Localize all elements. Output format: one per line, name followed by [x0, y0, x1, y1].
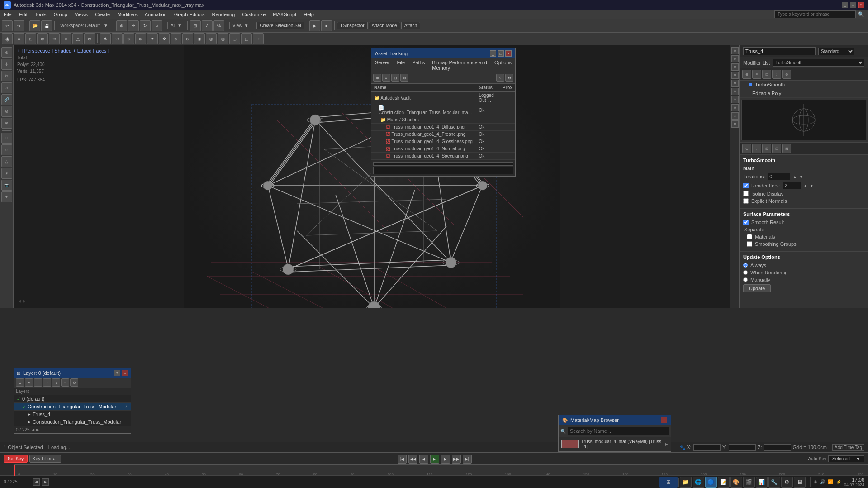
at-minimize-btn[interactable]: _	[490, 50, 496, 57]
taskbar-icon-4[interactable]: 📝	[718, 477, 730, 488]
mod-icon-3[interactable]: ⊡	[762, 70, 771, 79]
render-iters-down[interactable]: ▼	[810, 184, 814, 188]
move-btn[interactable]: ✛	[128, 20, 139, 31]
object-type-dropdown[interactable]: Standard	[818, 48, 854, 55]
render-iters-input[interactable]	[783, 182, 801, 189]
layer-close-btn[interactable]: ×	[122, 370, 128, 376]
always-radio[interactable]	[743, 263, 748, 268]
mod-icon-5[interactable]: ⊗	[782, 70, 791, 79]
stop-btn[interactable]: ■	[321, 20, 332, 31]
mod-icon-2[interactable]: ≡	[752, 70, 761, 79]
notif-icon-1[interactable]: ⊕	[813, 479, 817, 484]
modifier-editable-poly[interactable]: Editable Poly	[740, 89, 868, 98]
tb2-btn10[interactable]: ⊙	[112, 33, 123, 44]
at-tool-1[interactable]: ⊕	[373, 74, 381, 82]
nav-icon-2[interactable]: ↕	[752, 144, 761, 153]
left-tool-select[interactable]: ⊕	[1, 47, 12, 58]
transport-start[interactable]: |◀	[398, 455, 407, 464]
table-row[interactable]: 📄 Construction_Triangular_Truss_Modular_…	[371, 104, 515, 116]
menu-customize[interactable]: Customize	[238, 10, 269, 19]
iterations-input[interactable]	[768, 173, 790, 180]
create-selection-btn[interactable]: Create Selection Sel	[256, 22, 304, 29]
transport-next-key[interactable]: ▶▶	[452, 455, 461, 464]
rt-btn7[interactable]: ⊚	[731, 96, 739, 103]
transport-next-frame[interactable]: ▶	[441, 455, 450, 464]
selected-indicator[interactable]: Selected ▼	[828, 455, 864, 462]
at-tool-3[interactable]: ⊡	[391, 74, 399, 82]
transport-play[interactable]: ▶	[430, 455, 439, 464]
mod-icon-4[interactable]: ↕	[772, 70, 781, 79]
tb2-btn7[interactable]: △	[72, 33, 83, 44]
left-tool-geom[interactable]: ○	[1, 144, 12, 155]
tb2-btn20[interactable]: ◌	[229, 33, 240, 44]
tb2-btn19[interactable]: ◍	[218, 33, 228, 44]
render-iters-up[interactable]: ▲	[804, 184, 807, 188]
left-tool-light[interactable]: ☀	[1, 168, 12, 179]
layer-item-construction[interactable]: ✓ Construction_Triangular_Truss_Modular …	[14, 403, 131, 411]
rt-btn5[interactable]: ⊗	[731, 80, 739, 87]
key-filters-btn[interactable]: Key Filters...	[29, 455, 61, 463]
close-btn[interactable]: ×	[858, 2, 864, 8]
menu-create[interactable]: Create	[91, 10, 114, 19]
at-menu-server[interactable]: Server	[371, 58, 393, 72]
tb2-btn13[interactable]: ✦	[147, 33, 158, 44]
rt-btn9[interactable]: ◎	[731, 112, 739, 120]
smoothing-groups-check[interactable]	[747, 241, 752, 247]
layer-scroll-left[interactable]: ◀	[32, 428, 34, 432]
table-row[interactable]: 📁 Autodesk Vault Logged Out ...	[371, 92, 515, 104]
layer-help-btn[interactable]: ?	[114, 370, 120, 376]
attach-btn[interactable]: Attach	[401, 22, 420, 29]
scale-btn[interactable]: ⊿	[152, 20, 162, 31]
frame-fwd-btn[interactable]: ▶	[42, 478, 49, 486]
layer-tool-1[interactable]: ⊕	[16, 378, 24, 387]
left-tool-camera[interactable]: 📷	[1, 180, 12, 191]
taskbar-icon-8[interactable]: 🔧	[768, 477, 780, 488]
angle-snap-btn[interactable]: ∠	[202, 20, 213, 31]
nav-icon-4[interactable]: ⊡	[772, 144, 781, 153]
nav-icon-1[interactable]: ⊙	[742, 144, 751, 153]
menu-help[interactable]: Help	[300, 10, 318, 19]
left-tool-helper[interactable]: +	[1, 191, 12, 202]
manually-radio[interactable]	[743, 277, 748, 282]
menu-rendering[interactable]: Rendering	[209, 10, 239, 19]
left-tool-unlink[interactable]: ⊖	[1, 106, 12, 117]
layer-tool-6[interactable]: ≡	[61, 378, 69, 387]
tb2-btn3[interactable]: ⊡	[25, 33, 36, 44]
coord-y-input[interactable]	[729, 444, 756, 451]
snap-btn[interactable]: ⊞	[190, 20, 201, 31]
tb2-btn12[interactable]: ⊚	[135, 33, 146, 44]
left-tool-bind[interactable]: ⊕	[1, 118, 12, 129]
tb2-btn11[interactable]: ⊘	[123, 33, 134, 44]
add-time-tag-btn[interactable]: Add Time Tag	[832, 444, 864, 451]
layer-item-construction2[interactable]: ▸ Construction_Triangular_Truss_Modular	[14, 418, 131, 426]
maximize-btn[interactable]: □	[850, 2, 856, 8]
when-rendering-radio[interactable]	[743, 270, 748, 275]
at-tool-4[interactable]: ⊗	[400, 74, 408, 82]
isoline-check[interactable]	[743, 191, 749, 196]
menu-graph-editors[interactable]: Graph Editors	[171, 10, 209, 19]
mod-icon-1[interactable]: ⊕	[742, 70, 751, 79]
tb2-btn18[interactable]: ◎	[206, 33, 217, 44]
timeline-track[interactable]: 0102030405060708090 10011012013014015016…	[14, 465, 868, 476]
rt-btn4[interactable]: ⊛	[731, 72, 739, 79]
tb2-btn15[interactable]: ⊜	[171, 33, 181, 44]
mat-arrow-btn[interactable]: ▶	[665, 442, 668, 446]
tsinspector-btn[interactable]: TSInspector	[337, 22, 368, 29]
percent-snap-btn[interactable]: %	[213, 20, 224, 31]
tb2-btn17[interactable]: ◉	[194, 33, 205, 44]
menu-maxscript[interactable]: MAXScript	[269, 10, 300, 19]
taskbar-icon-7[interactable]: 📊	[756, 477, 768, 488]
menu-file[interactable]: File	[0, 10, 15, 19]
tb2-btn21[interactable]: ◫	[241, 33, 252, 44]
rt-btn2[interactable]: ◈	[731, 55, 739, 62]
tb2-btn4[interactable]: ⊛	[37, 33, 48, 44]
smooth-result-check[interactable]	[743, 220, 749, 225]
undo-btn[interactable]: ↩	[2, 20, 13, 31]
tb2-btn1[interactable]: ◈	[2, 33, 13, 44]
tb2-btn6[interactable]: ○	[61, 33, 71, 44]
search-icon[interactable]: 🔍	[858, 11, 864, 18]
taskbar-icon-2[interactable]: 🌐	[693, 477, 704, 488]
table-row[interactable]: 🖼 Truss_modular_geo1_4_Glossiness.png Ok	[371, 138, 515, 145]
menu-group[interactable]: Group	[50, 10, 71, 19]
rt-btn1[interactable]: ⊕	[731, 47, 739, 54]
